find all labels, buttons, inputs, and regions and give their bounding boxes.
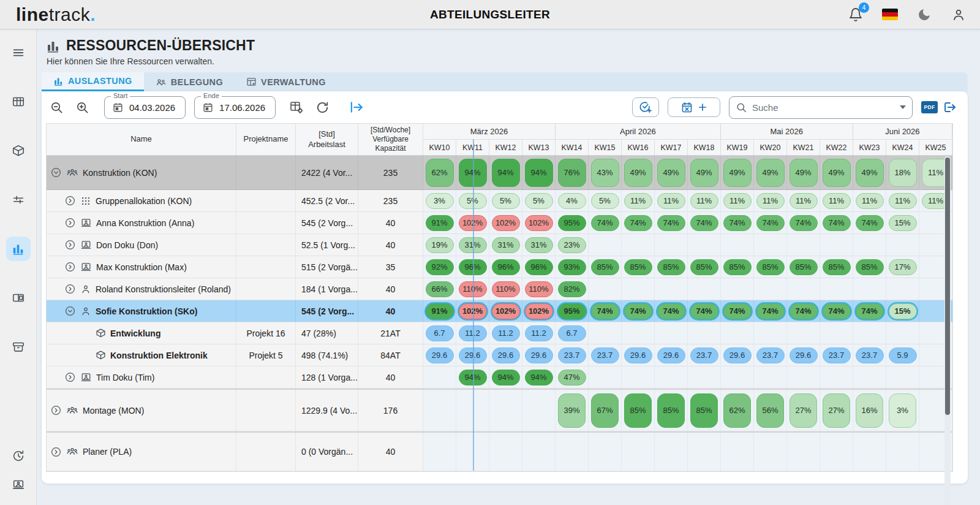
expand-row-button[interactable] [50, 446, 62, 458]
utilization-cell[interactable]: 74% [723, 215, 752, 231]
expand-row-button[interactable] [64, 283, 76, 295]
utilization-cell[interactable]: 85% [690, 259, 718, 275]
utilization-cell[interactable]: 102% [525, 215, 553, 231]
pdf-export-button[interactable]: PDF [921, 101, 938, 113]
utilization-cell[interactable]: 74% [823, 303, 851, 319]
utilization-cell[interactable]: 11% [823, 193, 851, 209]
expand-row-button[interactable] [64, 239, 76, 251]
hours-cell[interactable]: 29.6 [459, 347, 487, 363]
utilization-cell[interactable]: 11% [756, 193, 785, 209]
utilization-cell[interactable]: 49% [790, 159, 818, 187]
export-button[interactable] [941, 99, 958, 116]
hours-cell[interactable]: 23.7 [558, 347, 586, 363]
hours-cell[interactable]: 11.2 [525, 325, 553, 341]
jump-to-today-button[interactable] [348, 99, 365, 116]
utilization-cell[interactable]: 23% [558, 237, 586, 253]
sidebar-item-products[interactable] [6, 139, 31, 163]
utilization-cell[interactable]: 85% [591, 259, 619, 275]
scrollbar-thumb[interactable] [945, 158, 950, 415]
hours-cell[interactable]: 5.9 [889, 347, 917, 363]
sidebar-item-archive[interactable] [6, 335, 31, 359]
table-row[interactable]: EntwicklungProjekt 1647 (28%)21AT6.711.2… [47, 322, 952, 344]
refresh-button[interactable] [314, 99, 331, 116]
utilization-cell[interactable]: 102% [492, 303, 520, 319]
table-row[interactable]: Konstruktion (KON)2422 (4 Vor...23562%94… [47, 156, 952, 190]
utilization-cell[interactable]: 11% [790, 193, 818, 209]
tab-belegung[interactable]: BELEGUNG [144, 72, 235, 91]
search-dropdown-caret[interactable] [900, 105, 906, 109]
utilization-cell[interactable]: 91% [426, 303, 454, 319]
utilization-cell[interactable]: 49% [690, 159, 718, 187]
vertical-scrollbar[interactable] [944, 156, 951, 505]
utilization-cell[interactable]: 102% [459, 303, 487, 319]
utilization-cell[interactable]: 74% [856, 303, 884, 319]
utilization-cell[interactable]: 74% [690, 303, 718, 319]
utilization-cell[interactable]: 74% [591, 215, 619, 231]
column-settings-button[interactable] [288, 99, 305, 116]
expand-row-button[interactable] [50, 404, 62, 416]
utilization-cell[interactable]: 27% [790, 393, 817, 428]
utilization-cell[interactable]: 11% [690, 193, 718, 209]
utilization-cell[interactable]: 94% [459, 370, 487, 385]
utilization-cell[interactable]: 102% [492, 215, 520, 231]
hours-cell[interactable]: 29.6 [790, 347, 818, 363]
language-button[interactable] [882, 7, 898, 23]
utilization-cell[interactable]: 96% [525, 259, 553, 275]
utilization-cell[interactable]: 11% [856, 193, 884, 209]
utilization-cell[interactable]: 94% [459, 159, 487, 187]
utilization-cell[interactable]: 94% [492, 159, 520, 187]
utilization-cell[interactable]: 85% [624, 259, 652, 275]
utilization-cell[interactable]: 11% [723, 193, 752, 209]
start-date-field[interactable]: Start 04.03.2026 [104, 96, 186, 119]
sidebar-item-workstations[interactable] [6, 472, 31, 496]
hours-cell[interactable]: 23.7 [591, 347, 619, 363]
utilization-cell[interactable]: 49% [756, 159, 785, 187]
collapse-row-button[interactable] [50, 167, 62, 178]
hours-cell[interactable]: 11.2 [492, 325, 520, 341]
hours-cell[interactable]: 29.6 [723, 347, 752, 363]
utilization-cell[interactable]: 85% [657, 393, 685, 428]
utilization-cell[interactable]: 62% [426, 159, 454, 187]
utilization-cell[interactable]: 15% [889, 303, 917, 319]
utilization-cell[interactable]: 17% [889, 259, 917, 275]
hours-cell[interactable]: 29.6 [426, 347, 454, 363]
utilization-cell[interactable]: 74% [657, 215, 685, 231]
expand-row-button[interactable] [64, 371, 76, 383]
hours-cell[interactable]: 29.6 [492, 347, 520, 363]
table-row[interactable]: Anna Konstruktion (Anna)545 (2 Vorg...40… [47, 212, 952, 234]
sidebar-item-history[interactable] [6, 444, 31, 468]
table-row[interactable]: Konstruktion ElektronikProjekt 5498 (74.… [47, 344, 952, 366]
utilization-cell[interactable]: 49% [624, 159, 652, 187]
utilization-cell[interactable]: 74% [657, 303, 685, 319]
utilization-cell[interactable]: 74% [624, 303, 652, 319]
expand-row-button[interactable] [64, 195, 76, 207]
utilization-cell[interactable]: 66% [426, 281, 454, 297]
utilization-cell[interactable]: 11% [657, 193, 685, 209]
collapse-row-button[interactable] [64, 305, 76, 317]
tab-auslastung[interactable]: AUSLASTUNG [42, 72, 144, 91]
zoom-in-button[interactable] [74, 99, 91, 116]
expand-row-button[interactable] [64, 217, 76, 229]
utilization-cell[interactable]: 47% [558, 370, 586, 385]
table-row[interactable]: Sofie Konstruktion (SKo)545 (2 Vorg...40… [47, 300, 952, 322]
utilization-cell[interactable]: 85% [790, 259, 818, 275]
hours-cell[interactable]: 29.6 [624, 347, 652, 363]
utilization-cell[interactable]: 74% [723, 303, 752, 319]
utilization-cell[interactable]: 74% [790, 215, 818, 231]
hours-cell[interactable]: 11.2 [459, 325, 487, 341]
hours-cell[interactable]: 23.7 [756, 347, 785, 363]
utilization-cell[interactable]: 5% [459, 193, 487, 209]
utilization-cell[interactable]: 74% [790, 303, 818, 319]
utilization-cell[interactable]: 93% [558, 259, 586, 275]
utilization-cell[interactable]: 74% [624, 215, 652, 231]
utilization-cell[interactable]: 95% [558, 215, 586, 231]
add-task-button[interactable] [632, 97, 659, 117]
utilization-cell[interactable]: 92% [426, 259, 454, 275]
utilization-cell[interactable]: 27% [823, 393, 850, 428]
utilization-cell[interactable]: 16% [856, 393, 883, 428]
hours-cell[interactable]: 23.7 [856, 347, 884, 363]
account-button[interactable] [951, 7, 967, 23]
utilization-cell[interactable]: 11% [889, 193, 917, 209]
table-row[interactable]: Don Doku (Don)52.5 (1 Vorg...4019%31%31%… [47, 234, 952, 256]
utilization-cell[interactable]: 11% [624, 193, 652, 209]
